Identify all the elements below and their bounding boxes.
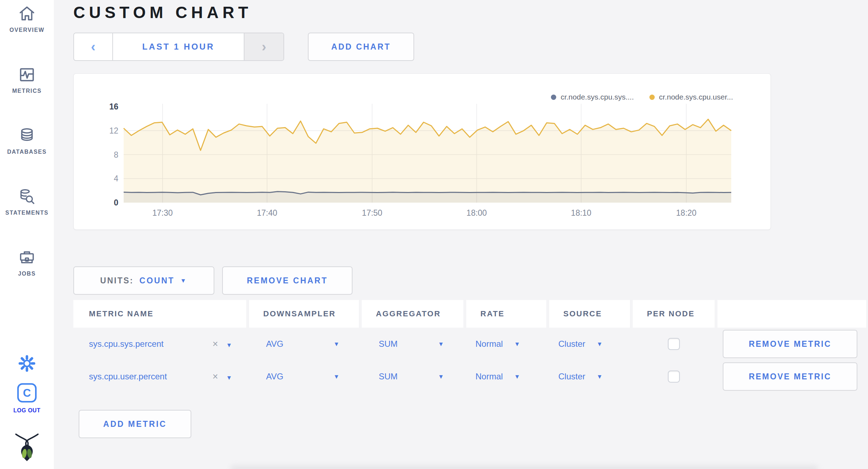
- svg-text:12: 12: [109, 126, 118, 135]
- aggregator-select[interactable]: SUM ▼: [362, 328, 463, 360]
- rate-select[interactable]: Normal ▼: [466, 360, 546, 393]
- sidebar-item-jobs[interactable]: JOBS: [0, 244, 54, 305]
- sidebar-item-overview[interactable]: OVERVIEW: [0, 0, 54, 61]
- aggregator-value: SUM: [379, 372, 398, 382]
- svg-text:17:30: 17:30: [152, 208, 173, 217]
- caret-down-icon: ▼: [333, 341, 339, 347]
- sidebar-item-metrics[interactable]: METRICS: [0, 61, 54, 122]
- rate-value: Normal: [475, 372, 503, 382]
- metrics-table-header: METRIC NAME DOWNSAMPLER AGGREGATOR RATE …: [73, 300, 866, 328]
- aggregator-select[interactable]: SUM ▼: [362, 360, 463, 393]
- caret-down-icon: ▼: [597, 341, 603, 347]
- per-node-checkbox[interactable]: [668, 371, 680, 383]
- legend-item[interactable]: cr.node.sys.cpu.user...: [649, 93, 733, 101]
- time-range-prev-button[interactable]: ‹: [74, 33, 113, 60]
- home-icon: [18, 5, 36, 23]
- downsampler-select[interactable]: AVG ▼: [249, 360, 359, 393]
- database-icon: [18, 127, 36, 145]
- downsampler-value: AVG: [266, 339, 283, 349]
- clear-metric-icon[interactable]: ×: [213, 371, 218, 382]
- caret-down-icon: ▼: [226, 342, 232, 349]
- main-content: CUSTOM CHART ‹ LAST 1 HOUR › ADD CHART 1…: [54, 0, 868, 469]
- legend-item[interactable]: cr.node.sys.cpu.sys....: [551, 93, 634, 101]
- metrics-icon: [18, 66, 36, 84]
- col-header-rate: RATE: [466, 300, 546, 328]
- chevron-left-icon: ‹: [91, 39, 96, 55]
- chart-controls: UNITS: COUNT ▼ REMOVE CHART: [73, 266, 868, 295]
- metric-select[interactable]: sys.cpu.sys.percent × ▼: [73, 328, 246, 360]
- svg-text:4: 4: [114, 174, 118, 183]
- briefcase-icon: [18, 249, 36, 266]
- source-select[interactable]: Cluster ▼: [549, 328, 630, 360]
- metric-row: sys.cpu.user.percent × ▼ AVG ▼ SUM ▼ Nor…: [73, 360, 866, 393]
- time-range-selector: ‹ LAST 1 HOUR ›: [73, 33, 284, 61]
- time-range-next-button[interactable]: ›: [244, 33, 283, 60]
- toolbar: ‹ LAST 1 HOUR › ADD CHART: [73, 33, 868, 61]
- legend-label: cr.node.sys.cpu.user...: [659, 93, 733, 101]
- sidebar-item-databases[interactable]: DATABASES: [0, 122, 54, 183]
- downsampler-select[interactable]: AVG ▼: [249, 328, 359, 360]
- actions-cell: REMOVE METRIC: [717, 360, 866, 393]
- svg-text:18:00: 18:00: [467, 208, 487, 217]
- gear-icon: [18, 368, 36, 374]
- units-value: COUNT: [140, 276, 175, 286]
- source-select[interactable]: Cluster ▼: [549, 360, 630, 393]
- units-label: UNITS:: [100, 276, 134, 286]
- legend-dot-user: [649, 95, 655, 100]
- sidebar: OVERVIEW METRICS DATABASES: [0, 0, 54, 469]
- svg-text:18:10: 18:10: [571, 208, 592, 217]
- svg-text:16: 16: [109, 102, 118, 111]
- remove-chart-button[interactable]: REMOVE CHART: [222, 266, 353, 295]
- actions-cell: REMOVE METRIC: [717, 328, 866, 360]
- metric-name: sys.cpu.sys.percent: [89, 339, 164, 349]
- page-title: CUSTOM CHART: [73, 0, 868, 21]
- col-header-actions: [717, 300, 866, 328]
- caret-down-icon: ▼: [226, 374, 232, 381]
- caret-down-icon: ▼: [514, 341, 520, 347]
- caret-down-icon: ▼: [180, 278, 187, 284]
- svg-text:0: 0: [114, 198, 118, 207]
- legend-dot-sys: [551, 95, 556, 100]
- col-header-downsampler: DOWNSAMPLER: [249, 300, 359, 328]
- svg-text:8: 8: [114, 150, 118, 159]
- remove-metric-button[interactable]: REMOVE METRIC: [723, 330, 857, 358]
- downsampler-value: AVG: [266, 372, 283, 382]
- per-node-checkbox[interactable]: [668, 338, 680, 350]
- source-value: Cluster: [558, 372, 585, 382]
- rate-value: Normal: [475, 339, 503, 349]
- source-value: Cluster: [558, 339, 585, 349]
- col-header-aggregator: AGGREGATOR: [362, 300, 463, 328]
- chevron-right-icon: ›: [262, 39, 266, 55]
- sidebar-item-label: DATABASES: [7, 149, 47, 155]
- caret-down-icon: ▼: [514, 374, 520, 380]
- aggregator-value: SUM: [379, 339, 398, 349]
- sidebar-item-label: STATEMENTS: [5, 210, 49, 216]
- metrics-table: METRIC NAME DOWNSAMPLER AGGREGATOR RATE …: [73, 300, 866, 393]
- caret-down-icon: ▼: [333, 374, 339, 380]
- rate-select[interactable]: Normal ▼: [466, 328, 546, 360]
- metric-select[interactable]: sys.cpu.user.percent × ▼: [73, 360, 246, 393]
- legend-label: cr.node.sys.cpu.sys....: [560, 93, 634, 101]
- statements-icon: [18, 188, 36, 205]
- metric-name: sys.cpu.user.percent: [89, 372, 167, 382]
- per-node-cell: [633, 360, 715, 393]
- clear-metric-icon[interactable]: ×: [213, 339, 218, 349]
- svg-text:18:20: 18:20: [676, 208, 697, 217]
- per-node-cell: [633, 328, 715, 360]
- cockroachdb-logo[interactable]: [15, 429, 39, 463]
- logout-button[interactable]: C LOG OUT: [13, 382, 40, 414]
- add-metric-button[interactable]: ADD METRIC: [79, 410, 191, 438]
- remove-metric-button[interactable]: REMOVE METRIC: [723, 362, 857, 391]
- settings-button[interactable]: [18, 354, 36, 374]
- units-dropdown[interactable]: UNITS: COUNT ▼: [73, 266, 214, 295]
- svg-text:17:50: 17:50: [362, 208, 383, 217]
- caret-down-icon: ▼: [597, 374, 603, 380]
- col-header-source: SOURCE: [549, 300, 630, 328]
- svg-text:17:40: 17:40: [257, 208, 277, 217]
- sidebar-item-label: OVERVIEW: [10, 27, 45, 33]
- chart-legend: cr.node.sys.cpu.sys.... cr.node.sys.cpu.…: [551, 93, 733, 101]
- sidebar-item-statements[interactable]: STATEMENTS: [0, 183, 54, 244]
- caret-down-icon: ▼: [438, 374, 444, 380]
- add-chart-button[interactable]: ADD CHART: [308, 33, 414, 61]
- time-range-dropdown[interactable]: LAST 1 HOUR: [113, 33, 244, 60]
